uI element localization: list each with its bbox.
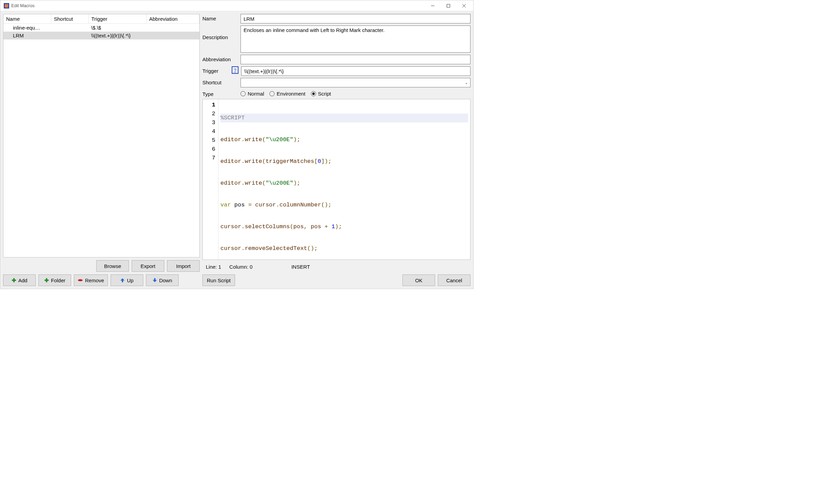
svg-marker-11	[120, 278, 125, 282]
remove-button[interactable]: Remove	[74, 274, 108, 286]
ok-button[interactable]: OK	[402, 274, 435, 286]
plus-icon	[44, 278, 49, 283]
svg-rect-3	[447, 4, 450, 7]
chevron-down-icon: ⌄	[465, 80, 468, 85]
radio-icon	[241, 91, 246, 96]
col-trigger[interactable]: Trigger	[88, 14, 146, 24]
editor-code[interactable]: %SCRIPT editor.write("\u200E"); editor.w…	[218, 99, 470, 259]
name-label: Name	[202, 14, 238, 21]
arrow-down-icon	[152, 278, 157, 283]
radio-icon	[311, 91, 316, 96]
type-environment-radio[interactable]: Environment	[269, 91, 305, 97]
run-script-button[interactable]: Run Script	[202, 274, 235, 286]
up-button[interactable]: Up	[111, 274, 143, 286]
plus-icon	[12, 278, 16, 283]
minimize-button[interactable]	[425, 1, 441, 11]
browse-button[interactable]: Browse	[96, 260, 129, 272]
type-script-radio[interactable]: Script	[311, 91, 331, 97]
svg-rect-1	[5, 4, 8, 7]
description-label: Description	[202, 26, 238, 40]
script-editor[interactable]: 1 2 3 4 5 6 7 %SCRIPT editor.write("\u20…	[202, 99, 470, 260]
macros-table[interactable]: Name Shortcut Trigger Abbreviation inlin…	[3, 14, 200, 257]
table-row[interactable]: inline-equ… \$.\$	[3, 24, 199, 32]
name-input[interactable]	[241, 14, 470, 23]
minus-icon	[78, 279, 83, 282]
trigger-input[interactable]	[241, 66, 470, 76]
cancel-button[interactable]: Cancel	[438, 274, 470, 286]
export-button[interactable]: Export	[132, 260, 164, 272]
import-button[interactable]: Import	[167, 260, 200, 272]
close-button[interactable]	[456, 1, 472, 11]
down-button[interactable]: Down	[146, 274, 179, 286]
type-normal-radio[interactable]: Normal	[241, 91, 264, 97]
folder-button[interactable]: Folder	[38, 274, 71, 286]
maximize-button[interactable]	[441, 1, 456, 11]
abbreviation-label: Abbreviation	[202, 55, 238, 62]
arrow-up-icon	[120, 278, 125, 283]
add-button[interactable]: Add	[3, 274, 36, 286]
radio-icon	[269, 91, 275, 96]
editor-gutter: 1 2 3 4 5 6 7	[203, 99, 218, 259]
col-abbreviation[interactable]: Abbreviation	[146, 14, 199, 24]
trigger-label: Trigger	[202, 66, 229, 74]
svg-point-10	[78, 279, 83, 281]
table-row[interactable]: LRM \\((text.+)|(lr))\{.*\}	[3, 32, 199, 39]
description-input[interactable]: Encloses an inline command with Left to …	[241, 26, 470, 53]
trigger-help-icon[interactable]: ?	[232, 66, 238, 74]
col-name[interactable]: Name	[3, 14, 51, 24]
abbreviation-input[interactable]	[241, 55, 470, 64]
app-icon	[4, 3, 9, 9]
editor-status: Line: 1 Column: 0 INSERT	[202, 262, 470, 270]
status-line: Line: 1	[206, 264, 221, 270]
shortcut-select[interactable]: ⌄	[241, 78, 470, 87]
status-mode: INSERT	[291, 264, 310, 270]
col-shortcut[interactable]: Shortcut	[51, 14, 88, 24]
shortcut-label: Shortcut	[202, 78, 238, 85]
status-column: Column: 0	[229, 264, 252, 270]
svg-marker-12	[153, 278, 157, 282]
titlebar: Edit Macros	[0, 0, 473, 11]
type-label: Type	[202, 89, 238, 97]
window-title: Edit Macros	[11, 3, 425, 8]
